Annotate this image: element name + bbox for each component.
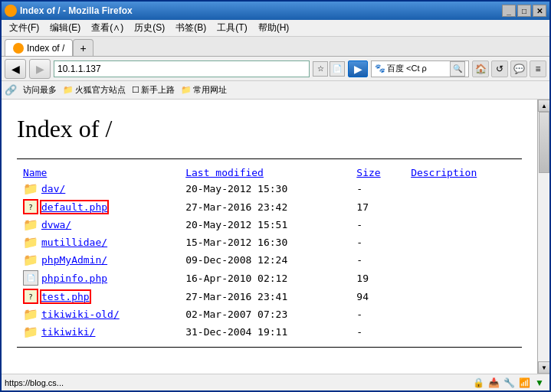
file-desc-cell [405,269,522,287]
window-controls: _ □ ✕ [502,5,546,17]
file-desc-cell [405,287,522,305]
new-tab-button[interactable]: + [73,39,93,56]
plugin-icon: 🔧 [502,376,516,390]
file-table: Name Last modified Size Description 📁 da… [17,165,522,341]
refresh-button[interactable]: ↺ [491,60,508,77]
file-name-cell: 📁 mutillidae/ [17,234,179,251]
file-link[interactable]: phpMyAdmin/ [41,254,107,266]
scroll-track[interactable] [538,112,549,361]
file-link[interactable]: mutillidae/ [41,237,107,248]
menu-tools[interactable]: 工具(T) [212,20,251,36]
file-name-cell: 📁 tikiwiki-old/ [17,305,179,323]
php-file-icon: ? [23,289,38,304]
file-modified-cell: 15-Mar-2012 16:30 [179,234,350,251]
bookmark-newbie[interactable]: ☐ 新手上路 [132,84,175,96]
bookmark-firefox[interactable]: 📁 火狐官方站点 [63,84,126,96]
bk-icon-link: 🔗 [5,84,17,96]
address-bar: ◀ ▶ ☆ 📄 ▶ 🐾 🔍 🏠 ↺ 💬 ≡ [2,57,549,81]
menu-file[interactable]: 文件(F) [5,20,44,36]
table-row: 📁 phpMyAdmin/ 09-Dec-2008 12:24 - [17,251,522,269]
table-row: 📁 tikiwiki-old/ 02-Mar-2007 07:23 - [17,305,522,323]
file-modified-cell: 02-Mar-2007 07:23 [179,305,350,323]
file-name-cell: 📁 dav/ [17,180,179,198]
more-button[interactable]: ≡ [530,60,546,77]
menu-bookmarks[interactable]: 书签(B) [171,20,211,36]
file-link[interactable]: default.php [41,201,107,213]
file-modified-cell: 31-Dec-2004 19:11 [179,323,350,341]
home-button[interactable]: 🏠 [472,60,489,77]
page-content: Index of / Name Last modified Size Descr… [2,100,537,374]
go-button[interactable]: ▶ [348,60,368,77]
file-desc-cell [405,251,522,269]
address-input[interactable] [54,60,310,77]
arrow-down-icon: ▼ [533,376,546,390]
file-desc-cell [405,180,522,198]
search-button[interactable]: 🔍 [450,61,465,77]
table-row: ? default.php 27-Mar-2016 23:42 17 [17,198,522,216]
menu-edit[interactable]: 编辑(E) [45,20,85,36]
menu-history[interactable]: 历史(S) [130,20,169,36]
file-icon: 📄 [23,270,38,286]
page-heading: Index of / [17,115,522,143]
folder-icon: 📁 [23,181,38,196]
menu-bar: 文件(F) 编辑(E) 查看(∧) 历史(S) 书签(B) 工具(T) 帮助(H… [2,20,549,37]
file-desc-cell [405,234,522,251]
title-bar-left: Index of / - Mozilla Firefox [5,5,133,17]
bookmark-common[interactable]: 📁 常用网址 [181,84,227,96]
search-input[interactable] [387,64,448,74]
file-link[interactable]: dvwa/ [41,219,71,230]
browser-window: Index of / - Mozilla Firefox _ □ ✕ 文件(F)… [0,0,551,392]
file-modified-cell: 27-Mar-2016 23:41 [179,287,350,305]
toolbar-icons: 🏠 ↺ 💬 ≡ [472,60,546,77]
bookmark-add[interactable]: 📄 [330,61,345,77]
divider-bottom [17,347,522,348]
file-link[interactable]: tikiwiki/ [41,326,95,338]
security-icon: 🔒 [471,376,485,390]
file-size-cell: - [350,251,405,269]
close-button[interactable]: ✕ [533,5,546,17]
bookmark-star[interactable]: ☆ [313,61,328,77]
chat-button[interactable]: 💬 [510,60,527,77]
col-size[interactable]: Size [350,165,405,180]
file-size-cell: - [350,234,405,251]
menu-help[interactable]: 帮助(H) [254,20,294,36]
file-name-cell: ? test.php [17,287,179,305]
menu-view[interactable]: 查看(∧) [87,20,128,36]
maximize-button[interactable]: □ [517,5,531,17]
minimize-button[interactable]: _ [502,5,516,17]
file-name-cell: 📄 phpinfo.php [17,269,179,287]
file-desc-cell [405,216,522,234]
php-file-icon: ? [23,199,38,214]
file-name-cell: 📁 tikiwiki/ [17,323,179,341]
folder-icon: 📁 [23,325,38,339]
file-link[interactable]: phpinfo.php [41,273,107,284]
file-modified-cell: 20-May-2012 15:30 [179,180,350,198]
col-name[interactable]: Name [17,165,179,180]
file-size-cell: - [350,216,405,234]
scroll-thumb[interactable] [539,112,549,173]
table-row: 📁 tikiwiki/ 31-Dec-2004 19:11 - [17,323,522,341]
file-link[interactable]: test.php [41,291,90,302]
col-modified[interactable]: Last modified [179,165,350,180]
col-desc[interactable]: Description [405,165,522,180]
search-box: 🐾 🔍 [371,60,469,77]
file-link[interactable]: dav/ [41,183,65,194]
scrollbar[interactable]: ▲ ▼ [537,100,549,374]
file-size-cell: 94 [350,287,405,305]
status-bar: https://blog.cs... 🔒 📥 🔧 📶 ▼ [2,374,549,390]
downloads-icon[interactable]: 📥 [487,376,500,390]
scroll-up-button[interactable]: ▲ [538,100,549,112]
back-button[interactable]: ◀ [5,59,26,79]
table-row: 📁 dvwa/ 20-May-2012 15:51 - [17,216,522,234]
file-desc-cell [405,198,522,216]
folder-icon-1: 📁 [63,85,74,95]
search-engine-icon: 🐾 [375,64,385,74]
file-desc-cell [405,305,522,323]
forward-button[interactable]: ▶ [29,59,51,79]
file-link[interactable]: tikiwiki-old/ [41,309,120,320]
tab-index[interactable]: Index of / [5,39,73,56]
file-desc-cell [405,323,522,341]
scroll-down-button[interactable]: ▼ [538,361,549,374]
bookmark-visited[interactable]: 访问最多 [23,84,57,96]
file-size-cell: 19 [350,269,405,287]
